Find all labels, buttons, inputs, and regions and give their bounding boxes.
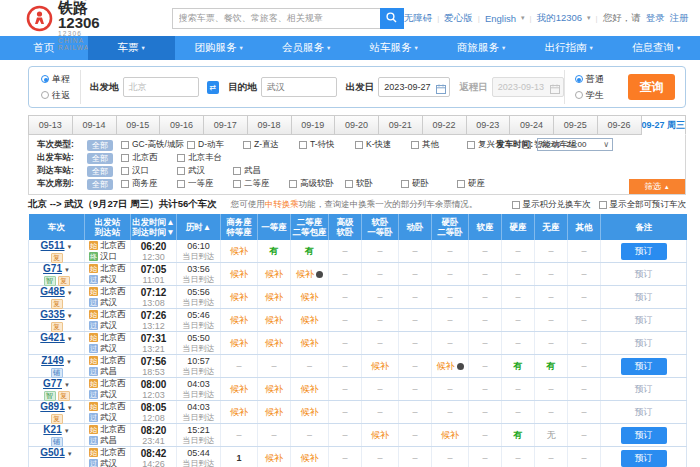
- date-tab[interactable]: 09-14: [73, 115, 117, 135]
- column-header[interactable]: 无座: [535, 214, 568, 240]
- filter-option[interactable]: 高级软卧: [289, 178, 345, 190]
- filter-option[interactable]: 硬卧: [401, 178, 457, 190]
- column-header[interactable]: 出发站 到达站: [85, 214, 131, 240]
- book-button[interactable]: 预订: [621, 427, 667, 444]
- nav-item[interactable]: 站车服务 ▾: [350, 36, 438, 60]
- chevron-down-icon[interactable]: ▼: [64, 267, 70, 273]
- nav-item[interactable]: 车票 ▾: [88, 36, 176, 60]
- filter-option[interactable]: 北京西: [121, 152, 177, 164]
- date-tab[interactable]: 09-22: [423, 115, 467, 135]
- train-number-link[interactable]: G77: [43, 378, 62, 389]
- train-number-link[interactable]: G485: [40, 286, 64, 297]
- show-all-checkbox[interactable]: 显示全部可预订车次: [599, 199, 687, 211]
- link-english[interactable]: English: [485, 13, 516, 24]
- date-tab[interactable]: 09-19: [292, 115, 336, 135]
- chevron-down-icon[interactable]: ▼: [67, 290, 73, 296]
- filter-option[interactable]: K-快速: [355, 139, 411, 151]
- login-link[interactable]: 登录: [646, 12, 665, 25]
- swap-stations-icon[interactable]: ⇄: [207, 81, 220, 94]
- filter-button[interactable]: 筛选 ▲: [629, 179, 685, 194]
- chevron-down-icon[interactable]: ▼: [67, 405, 73, 411]
- transfer-link[interactable]: 中转换乘: [265, 199, 299, 209]
- show-points-checkbox[interactable]: 显示积分兑换车次: [512, 199, 591, 211]
- nav-item[interactable]: 首页 ▾: [0, 36, 88, 60]
- train-number-link[interactable]: G511: [41, 240, 65, 251]
- train-number-link[interactable]: Z149: [41, 355, 64, 366]
- date-tab[interactable]: 09-23: [467, 115, 511, 135]
- train-number-link[interactable]: G421: [40, 332, 64, 343]
- round-trip-radio[interactable]: 往返: [41, 89, 70, 102]
- date-tab[interactable]: 09-27 周三: [642, 115, 687, 135]
- filter-option[interactable]: 其他: [411, 139, 467, 151]
- column-header[interactable]: 出发时间▲ 到达时间▼: [131, 214, 177, 240]
- column-header[interactable]: 软卧 一等卧: [362, 214, 399, 240]
- filter-option[interactable]: 汉口: [121, 165, 177, 177]
- train-number-link[interactable]: G71: [43, 263, 62, 274]
- train-number-link[interactable]: G501: [40, 447, 64, 458]
- register-link[interactable]: 注册: [670, 12, 689, 25]
- chevron-down-icon[interactable]: ▼: [66, 244, 72, 250]
- filter-option[interactable]: 一等座: [177, 178, 233, 190]
- column-header[interactable]: 一等座: [258, 214, 291, 240]
- link-my12306[interactable]: 我的12306: [537, 12, 582, 25]
- link-care-version[interactable]: 爱心版: [444, 12, 473, 25]
- link-accessibility[interactable]: 无障碍: [404, 12, 433, 25]
- chevron-down-icon[interactable]: ▼: [67, 336, 73, 342]
- book-button[interactable]: 预订: [621, 243, 667, 260]
- column-header[interactable]: 其他: [568, 214, 601, 240]
- train-number-link[interactable]: G891: [40, 401, 64, 412]
- book-button[interactable]: 预订: [621, 450, 667, 467]
- filter-option[interactable]: GC-高铁/城际: [121, 139, 187, 151]
- column-header[interactable]: 高级 软卧: [329, 214, 362, 240]
- chevron-down-icon[interactable]: ▼: [66, 359, 72, 365]
- filter-option[interactable]: 硬座: [457, 178, 513, 190]
- student-radio[interactable]: 学生: [575, 89, 604, 102]
- column-header[interactable]: 车次: [29, 214, 85, 240]
- column-header[interactable]: 二等座 二等包座: [291, 214, 329, 240]
- depart-date-input[interactable]: 2023-09-27: [378, 77, 450, 97]
- depart-time-select[interactable]: 00:00--24:00 ∨: [537, 138, 613, 151]
- date-tab[interactable]: 09-26: [598, 115, 642, 135]
- calendar-icon[interactable]: [436, 82, 446, 100]
- filter-option[interactable]: 武昌: [233, 165, 289, 177]
- filter-all-button[interactable]: 全部: [87, 179, 113, 190]
- search-button[interactable]: [380, 8, 404, 29]
- chevron-down-icon[interactable]: ▼: [67, 313, 73, 319]
- book-button[interactable]: 预订: [621, 358, 667, 375]
- chevron-down-icon[interactable]: ▼: [67, 451, 73, 457]
- date-tab[interactable]: 09-16: [160, 115, 204, 135]
- filter-all-button[interactable]: 全部: [87, 140, 113, 151]
- chevron-down-icon[interactable]: ▼: [64, 428, 70, 434]
- date-tab[interactable]: 09-21: [379, 115, 423, 135]
- from-station-input[interactable]: 北京: [123, 77, 199, 97]
- nav-item[interactable]: 会员服务 ▾: [263, 36, 351, 60]
- filter-option[interactable]: 商务座: [121, 178, 177, 190]
- date-tab[interactable]: 09-15: [117, 115, 161, 135]
- date-tab[interactable]: 09-25: [554, 115, 598, 135]
- train-number-link[interactable]: G335: [40, 309, 64, 320]
- filter-option[interactable]: D-动车: [187, 139, 243, 151]
- query-button[interactable]: 查询: [628, 74, 675, 100]
- filter-all-button[interactable]: 全部: [87, 153, 113, 164]
- filter-option[interactable]: T-特快: [299, 139, 355, 151]
- column-header[interactable]: 商务座 特等座: [221, 214, 258, 240]
- nav-item[interactable]: 商旅服务 ▾: [438, 36, 526, 60]
- nav-item[interactable]: 团购服务 ▾: [175, 36, 263, 60]
- chevron-down-icon[interactable]: ▼: [64, 382, 70, 388]
- filter-option[interactable]: 武汉: [177, 165, 233, 177]
- column-header[interactable]: 备注: [601, 214, 687, 240]
- date-tab[interactable]: 09-24: [510, 115, 554, 135]
- train-number-link[interactable]: K21: [43, 424, 61, 435]
- to-station-input[interactable]: 武汉: [261, 77, 337, 97]
- date-tab[interactable]: 09-13: [28, 115, 73, 135]
- filter-option[interactable]: 二等座: [233, 178, 289, 190]
- date-tab[interactable]: 09-17: [204, 115, 248, 135]
- date-tab[interactable]: 09-20: [335, 115, 379, 135]
- column-header[interactable]: 软座: [469, 214, 502, 240]
- column-header[interactable]: 硬座: [502, 214, 535, 240]
- filter-all-button[interactable]: 全部: [87, 166, 113, 177]
- nav-item[interactable]: 信息查询 ▾: [613, 36, 700, 60]
- filter-option[interactable]: Z-直达: [243, 139, 299, 151]
- normal-passenger-radio[interactable]: 普通: [575, 73, 604, 86]
- date-tab[interactable]: 09-18: [248, 115, 292, 135]
